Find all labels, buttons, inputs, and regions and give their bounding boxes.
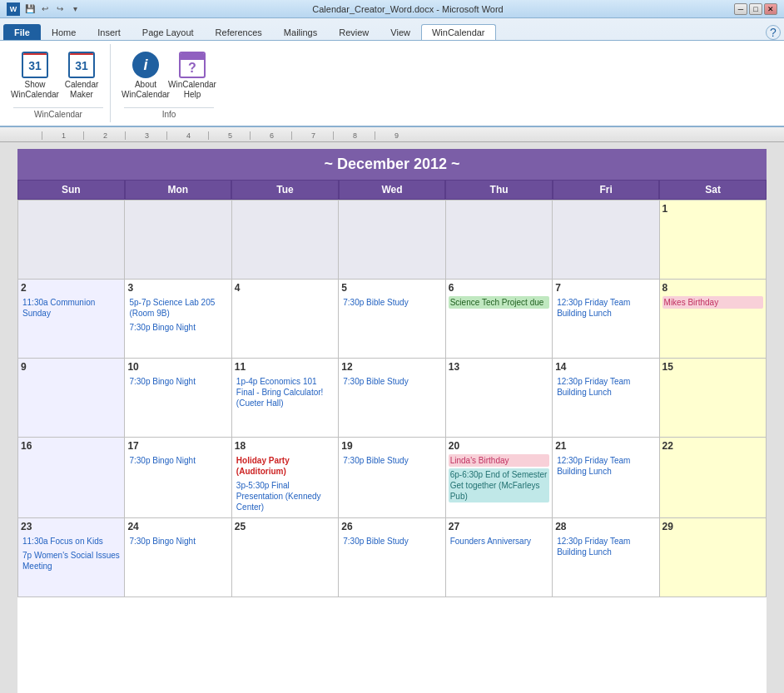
show-wincalendar-label: ShowWinCalendar <box>11 80 59 100</box>
calendar-cell-30[interactable]: 25 <box>232 518 339 597</box>
save-quick-btn[interactable]: 💾 <box>23 2 37 16</box>
calendar-cell-11[interactable]: 6Science Tech Project due <box>446 280 553 359</box>
maximize-btn[interactable]: □ <box>749 3 762 15</box>
calendar-cell-29[interactable]: 247:30p Bingo Night <box>125 518 231 597</box>
calendar-cell-14[interactable]: 9 <box>18 359 125 438</box>
word-icon: W <box>7 2 20 16</box>
ribbon-group-wincalendar-label: WinCalendar <box>13 107 103 119</box>
event-2-2-0: 1p-4p Economics 101 Final - Bring Calcul… <box>235 375 335 409</box>
cell-date-13: 13 <box>449 361 549 373</box>
calendar-cell-8[interactable]: 35p-7p Science Lab 205 (Room 9B)7:30p Bi… <box>125 280 231 359</box>
tab-view[interactable]: View <box>380 24 421 40</box>
event-3-4-0: Linda's Birthday <box>449 454 549 467</box>
cell-date-14: 14 <box>555 361 656 373</box>
tab-page-layout[interactable]: Page Layout <box>131 24 205 40</box>
ribbon-content: 31 ShowWinCalendar 31 CalendarMaker Win <box>0 40 784 126</box>
calendar-cell-26[interactable]: 2112:30p Friday Team Building Lunch <box>553 438 659 518</box>
cell-date-16: 16 <box>21 440 122 452</box>
show-wincalendar-btn[interactable]: 31 ShowWinCalendar <box>13 47 57 104</box>
calendar-cell-4[interactable] <box>446 200 553 280</box>
calendar-cell-1[interactable] <box>125 200 231 280</box>
calendar-cell-22[interactable]: 177:30p Bingo Night <box>125 438 231 518</box>
calendar-cell-32[interactable]: 27Founders Anniversary <box>446 518 553 597</box>
cell-date-8: 8 <box>662 282 763 294</box>
cell-date-27: 27 <box>449 521 549 532</box>
main-area: ~ December 2012 ~ Sun Mon Tue Wed Thu Fr… <box>0 142 784 693</box>
wincalendar-help-btn[interactable]: ? WinCalendarHelp <box>171 47 214 104</box>
calendar-grid: 1211:30a Communion Sunday35p-7p Science … <box>17 200 767 597</box>
tab-file[interactable]: File <box>3 24 41 40</box>
close-btn[interactable]: ✕ <box>764 3 777 15</box>
calendar-cell-19[interactable]: 1412:30p Friday Team Building Lunch <box>553 359 659 438</box>
calendar-cell-28[interactable]: 2311:30a Focus on Kids7p Women's Social … <box>18 518 125 597</box>
redo-quick-btn[interactable]: ↪ <box>53 2 67 16</box>
calendar-cell-12[interactable]: 712:30p Friday Team Building Lunch <box>553 280 659 359</box>
calendar-cell-31[interactable]: 267:30p Bible Study <box>339 518 445 597</box>
cell-date-6: 6 <box>449 282 549 294</box>
calendar-cell-23[interactable]: 18Holiday Party (Auditorium)3p-5:30p Fin… <box>232 438 339 518</box>
tab-mailings[interactable]: Mailings <box>273 24 328 40</box>
calendar-cell-21[interactable]: 16 <box>18 438 125 518</box>
calendar-cell-17[interactable]: 127:30p Bible Study <box>339 359 445 438</box>
day-header-mon: Mon <box>125 180 232 200</box>
calendar-cell-15[interactable]: 107:30p Bingo Night <box>125 359 231 438</box>
tab-home[interactable]: Home <box>41 24 87 40</box>
tab-wincalendar[interactable]: WinCalendar <box>421 24 496 40</box>
calendar-cell-25[interactable]: 20Linda's Birthday6p-6:30p End of Semest… <box>446 438 553 518</box>
cell-date-24: 24 <box>127 521 228 532</box>
info-circle-icon: i <box>132 52 159 78</box>
calendar-cell-18[interactable]: 13 <box>446 359 553 438</box>
ribbon: File Home Insert Page Layout References … <box>0 18 784 127</box>
calendar: ~ December 2012 ~ Sun Mon Tue Wed Thu Fr… <box>17 149 767 693</box>
ruler: 1 2 3 4 5 6 7 8 9 <box>0 127 784 142</box>
calendar-cell-10[interactable]: 57:30p Bible Study <box>339 280 445 359</box>
window-controls: ─ □ ✕ <box>734 3 777 15</box>
event-3-3-0: 7:30p Bible Study <box>341 454 442 467</box>
about-wincalendar-btn[interactable]: i AboutWinCalendar <box>124 47 167 104</box>
calendar-cell-5[interactable] <box>553 200 659 280</box>
calendar-cell-20[interactable]: 15 <box>660 359 767 438</box>
event-4-5-0: 12:30p Friday Team Building Lunch <box>555 535 656 558</box>
ribbon-group-items: 31 ShowWinCalendar 31 CalendarMaker <box>13 47 103 104</box>
cell-date-2: 2 <box>21 282 122 294</box>
ribbon-help-btn[interactable]: ? <box>766 25 781 40</box>
minimize-btn[interactable]: ─ <box>734 3 747 15</box>
undo-quick-btn[interactable]: ↩ <box>38 2 52 16</box>
cell-date-4: 4 <box>235 282 335 294</box>
event-4-0-0: 11:30a Focus on Kids <box>21 535 122 547</box>
ribbon-group-info: i AboutWinCalendar ? WinCalendarHelp In <box>117 44 221 122</box>
cell-date-23: 23 <box>21 521 122 532</box>
calendar-cell-13[interactable]: 8Mikes Birthday <box>660 280 767 359</box>
cell-date-9: 9 <box>21 361 122 373</box>
event-1-6-0: Mikes Birthday <box>662 296 763 309</box>
event-3-5-0: 12:30p Friday Team Building Lunch <box>555 454 656 478</box>
event-4-1-0: 7:30p Bingo Night <box>127 535 228 547</box>
calendar-cell-0[interactable] <box>18 200 125 280</box>
customize-quick-btn[interactable]: ▾ <box>68 2 82 16</box>
calendar-cell-7[interactable]: 211:30a Communion Sunday <box>18 280 125 359</box>
tab-references[interactable]: References <box>205 24 273 40</box>
tab-insert[interactable]: Insert <box>87 24 131 40</box>
cell-date-3: 3 <box>127 282 228 294</box>
event-4-3-0: 7:30p Bible Study <box>341 535 442 547</box>
calendar-cell-33[interactable]: 2812:30p Friday Team Building Lunch <box>553 518 659 597</box>
event-3-2-1: 3p-5:30p Final Presentation (Kennedy Cen… <box>235 479 335 513</box>
event-2-3-0: 7:30p Bible Study <box>341 375 442 388</box>
calendar-cell-27[interactable]: 22 <box>660 438 767 518</box>
calendar-cell-16[interactable]: 111p-4p Economics 101 Final - Bring Calc… <box>232 359 339 438</box>
calendar-cell-3[interactable] <box>339 200 445 280</box>
calendar-cell-6[interactable]: 1 <box>660 200 767 280</box>
ribbon-group-wincalendar: 31 ShowWinCalendar 31 CalendarMaker Win <box>7 44 111 122</box>
about-wincalendar-icon: i <box>132 52 159 78</box>
event-2-1-0: 7:30p Bingo Night <box>127 375 228 388</box>
calendar-maker-btn[interactable]: 31 CalendarMaker <box>60 47 103 104</box>
wincalendar-help-icon: ? <box>179 52 206 78</box>
cell-date-22: 22 <box>662 440 763 452</box>
calendar-cell-34[interactable]: 29 <box>660 518 767 597</box>
day-header-sat: Sat <box>659 180 767 200</box>
calendar-cell-2[interactable] <box>232 200 339 280</box>
tab-review[interactable]: Review <box>328 24 380 40</box>
calendar-cell-9[interactable]: 4 <box>232 280 339 359</box>
cell-date-1: 1 <box>662 203 763 215</box>
calendar-cell-24[interactable]: 197:30p Bible Study <box>339 438 445 518</box>
